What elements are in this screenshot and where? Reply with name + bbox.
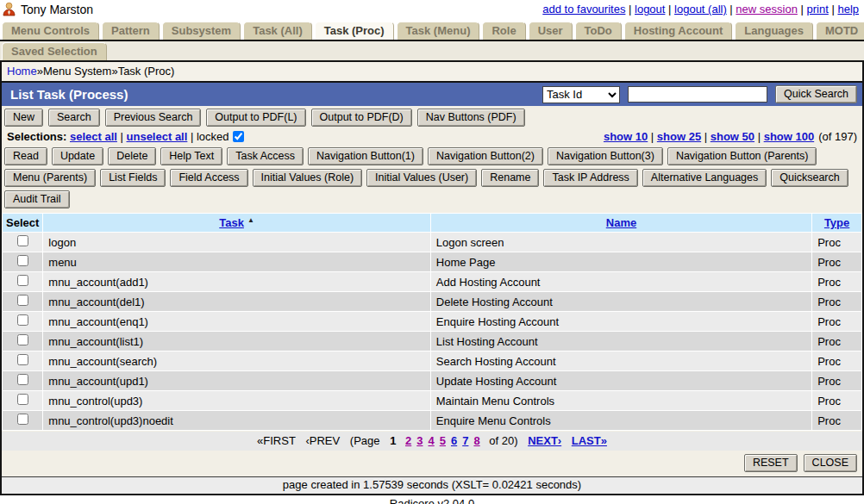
page-number-link[interactable]: 5: [440, 434, 446, 447]
close-button[interactable]: CLOSE: [804, 454, 857, 472]
toolbar-button[interactable]: New: [4, 109, 43, 127]
task-cell: mnu_account(upd1): [43, 371, 429, 390]
name-cell: Add Hosting Account: [431, 272, 811, 291]
row-select-checkbox[interactable]: [17, 314, 28, 326]
page-suffix: of 20): [489, 434, 517, 447]
quick-search-field-select[interactable]: Task Id: [542, 86, 620, 103]
quick-search-input[interactable]: [628, 86, 767, 103]
action-button[interactable]: Navigation Button(2): [428, 147, 543, 165]
top-bar: Tony Marston add to favouriteslogoutlogo…: [0, 0, 864, 21]
select-cell: [3, 233, 42, 252]
show-count-link[interactable]: show 100: [764, 130, 815, 143]
tab[interactable]: Role: [482, 22, 525, 40]
toolbar-button[interactable]: Previous Search: [105, 109, 202, 127]
type-cell: Proc: [812, 292, 861, 311]
action-button[interactable]: Initial Values (Role): [253, 169, 362, 187]
row-select-checkbox[interactable]: [17, 374, 28, 385]
selections-left: Selections: select allunselect alllocked: [7, 130, 244, 143]
tab[interactable]: Task (Menu): [397, 22, 480, 40]
top-link[interactable]: add to favourites: [542, 3, 625, 16]
unselect-all-link[interactable]: unselect all: [127, 130, 188, 143]
action-button[interactable]: Task Access: [227, 147, 304, 165]
top-link[interactable]: print: [807, 3, 829, 16]
breadcrumb-item[interactable]: Task (Proc): [111, 65, 174, 78]
locked-checkbox[interactable]: [233, 131, 244, 142]
page-number-link[interactable]: 2: [405, 434, 411, 447]
select-cell: [3, 411, 42, 430]
sort-by-type-link[interactable]: Type: [824, 216, 849, 229]
action-button[interactable]: Task IP Address: [543, 169, 637, 187]
tab[interactable]: ToDo: [575, 22, 622, 40]
top-link[interactable]: help: [837, 3, 859, 16]
toolbar-button[interactable]: Nav Buttons (PDF): [417, 109, 525, 127]
action-button[interactable]: Help Text: [160, 147, 222, 165]
toolbar-button[interactable]: Search: [48, 109, 100, 127]
row-select-checkbox[interactable]: [17, 394, 28, 405]
tab[interactable]: Hosting Account: [624, 22, 733, 40]
action-button[interactable]: Navigation Button(1): [308, 147, 423, 165]
show-count-link[interactable]: show 50: [711, 130, 754, 143]
sort-by-name-link[interactable]: Name: [606, 216, 636, 229]
last-page-link[interactable]: LAST»: [572, 434, 607, 447]
action-button[interactable]: Audit Trail: [4, 190, 70, 208]
show-count-link[interactable]: show 10: [604, 130, 648, 143]
row-select-checkbox[interactable]: [17, 295, 28, 306]
action-button[interactable]: List Fields: [100, 169, 166, 187]
row-select-checkbox[interactable]: [17, 235, 28, 246]
tab[interactable]: Languages: [735, 22, 813, 40]
tab[interactable]: Subsystem: [162, 22, 241, 40]
page-number-link[interactable]: 3: [416, 434, 423, 447]
table-row: mnu_account(upd1) Update Hosting Account…: [3, 371, 861, 390]
row-select-checkbox[interactable]: [17, 255, 28, 266]
action-button[interactable]: Rename: [481, 169, 539, 187]
top-link[interactable]: logout (all): [674, 3, 727, 16]
action-button[interactable]: Delete: [108, 147, 156, 165]
action-button[interactable]: Quicksearch: [771, 169, 848, 187]
top-link[interactable]: logout: [635, 3, 665, 16]
page-number-link[interactable]: 6: [451, 434, 457, 447]
action-button[interactable]: Initial Values (User): [366, 169, 477, 187]
selections-label: Selections:: [7, 130, 66, 143]
top-link[interactable]: new session: [736, 3, 798, 16]
tab[interactable]: Task (All): [243, 22, 312, 40]
total-count: (of 197): [818, 130, 857, 143]
type-cell: Proc: [812, 252, 861, 271]
toolbar-button[interactable]: Output to PDF(L): [206, 109, 305, 127]
tab[interactable]: User: [529, 22, 573, 40]
tab[interactable]: Menu Controls: [2, 22, 99, 40]
action-button[interactable]: Menu (Parents): [4, 169, 96, 187]
tab[interactable]: Pattern: [102, 22, 160, 40]
select-all-link[interactable]: select all: [70, 130, 117, 143]
page-number-link[interactable]: 7: [462, 434, 468, 447]
page-number-link[interactable]: 4: [428, 434, 434, 447]
first-page-link[interactable]: «FIRST: [257, 434, 296, 447]
page-number-link[interactable]: 8: [473, 434, 479, 447]
breadcrumb-item[interactable]: Home: [7, 65, 37, 78]
tab[interactable]: MOTD: [816, 22, 864, 40]
type-cell: Proc: [812, 352, 861, 370]
toolbar-button[interactable]: Output to PDF(D): [311, 109, 412, 127]
action-button[interactable]: Field Access: [170, 169, 247, 187]
show-count-link[interactable]: show 25: [657, 130, 701, 143]
tab-saved-selection[interactable]: Saved Selection: [2, 42, 107, 60]
select-cell: [3, 391, 42, 410]
column-header-select: Select: [3, 214, 42, 232]
action-button[interactable]: Update: [52, 147, 103, 165]
next-page-link[interactable]: NEXT›: [528, 434, 561, 447]
quick-search-button[interactable]: Quick Search: [775, 85, 857, 103]
current-page: 1: [390, 434, 396, 447]
selections-row: Selections: select allunselect alllocked…: [2, 128, 862, 146]
sort-by-task-link[interactable]: Task: [219, 216, 244, 229]
tab[interactable]: Task (Proc): [315, 22, 394, 40]
prev-page-link[interactable]: ‹PREV: [305, 434, 340, 447]
row-select-checkbox[interactable]: [17, 275, 28, 286]
action-button[interactable]: Read: [4, 147, 47, 165]
action-button[interactable]: Navigation Button(3): [548, 147, 663, 165]
action-button[interactable]: Navigation Button (Parents): [667, 147, 817, 165]
row-select-checkbox[interactable]: [17, 334, 28, 345]
reset-button[interactable]: RESET: [744, 454, 798, 472]
row-select-checkbox[interactable]: [17, 414, 28, 425]
breadcrumb-item[interactable]: Menu System: [37, 65, 112, 78]
row-select-checkbox[interactable]: [17, 354, 28, 365]
action-button[interactable]: Alternative Languages: [642, 169, 767, 187]
